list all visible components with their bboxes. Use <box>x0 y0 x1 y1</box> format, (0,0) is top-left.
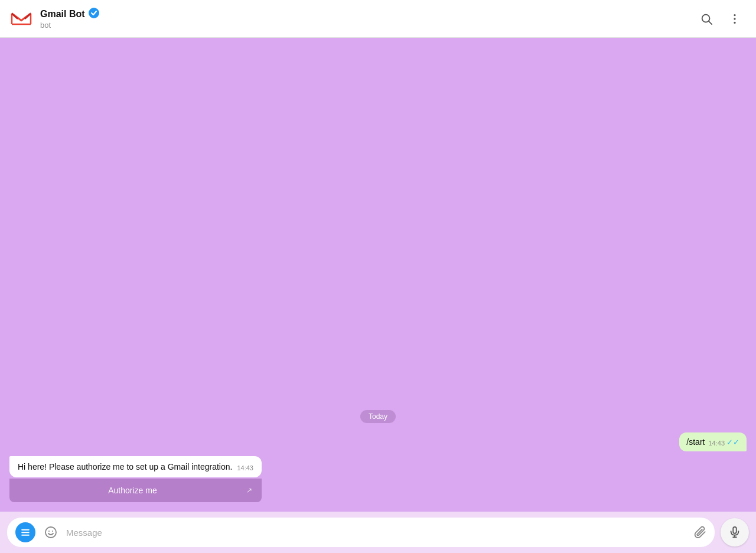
svg-rect-12 <box>21 529 30 531</box>
message-input-container <box>7 518 715 547</box>
bot-subtitle: bot <box>40 21 99 30</box>
header-left: Gmail Bot bot <box>9 7 695 31</box>
date-pill: Today <box>360 410 396 423</box>
incoming-message-meta: 14:43 <box>237 464 253 471</box>
mic-icon <box>728 526 741 539</box>
incoming-message-time: 14:43 <box>237 464 253 471</box>
outgoing-message-text: /start <box>686 437 705 447</box>
authorize-arrow-icon: ↗ <box>246 486 252 495</box>
emoji-icon <box>44 525 58 539</box>
attach-button[interactable] <box>693 526 706 539</box>
header-name-row: Gmail Bot <box>40 8 99 21</box>
svg-point-6 <box>89 8 99 18</box>
outgoing-message-time: 14:43 <box>708 440 725 447</box>
more-vertical-icon <box>728 12 741 25</box>
message-input[interactable] <box>66 528 687 538</box>
svg-point-15 <box>45 527 56 538</box>
svg-rect-18 <box>733 527 737 534</box>
svg-line-8 <box>709 21 712 24</box>
incoming-message-text: Hi here! Please authorize me to set up a… <box>18 462 232 471</box>
message-row: /start 14:43 ✓✓ <box>9 432 747 451</box>
svg-point-17 <box>52 531 53 532</box>
mic-button[interactable] <box>721 518 749 547</box>
authorize-button-label: Authorize me <box>19 486 246 495</box>
incoming-bubble: Hi here! Please authorize me to set up a… <box>9 456 262 477</box>
search-button[interactable] <box>695 7 718 31</box>
more-options-button[interactable] <box>723 7 747 31</box>
gmail-logo <box>9 7 33 31</box>
bot-name: Gmail Bot <box>40 9 85 19</box>
messages-container: /start 14:43 ✓✓ Hi here! Please authoriz… <box>9 432 747 502</box>
message-row: Hi here! Please authorize me to set up a… <box>9 456 747 502</box>
header-actions <box>695 7 747 31</box>
chat-header: Gmail Bot bot <box>0 0 756 38</box>
emoji-button[interactable] <box>41 523 60 542</box>
outgoing-message-meta: 14:43 ✓✓ <box>708 438 739 447</box>
svg-point-10 <box>734 18 735 19</box>
svg-point-9 <box>734 14 735 15</box>
menu-button[interactable] <box>15 522 35 542</box>
date-separator: Today <box>9 410 747 423</box>
svg-rect-14 <box>21 535 30 536</box>
svg-rect-13 <box>21 532 30 533</box>
verified-badge <box>89 8 99 21</box>
svg-point-11 <box>734 21 735 23</box>
read-receipt-icon: ✓✓ <box>726 438 739 447</box>
attach-icon <box>693 526 706 539</box>
input-bar <box>0 512 756 553</box>
authorize-button[interactable]: Authorize me ↗ <box>9 479 262 502</box>
header-info: Gmail Bot bot <box>40 8 99 30</box>
outgoing-bubble: /start 14:43 ✓✓ <box>679 432 747 451</box>
incoming-bubble-wrapper: Hi here! Please authorize me to set up a… <box>9 456 262 502</box>
search-icon <box>700 12 713 25</box>
menu-icon <box>20 527 31 538</box>
svg-point-16 <box>48 531 50 532</box>
chat-area: Today /start 14:43 ✓✓ Hi here! Please au… <box>0 38 756 512</box>
